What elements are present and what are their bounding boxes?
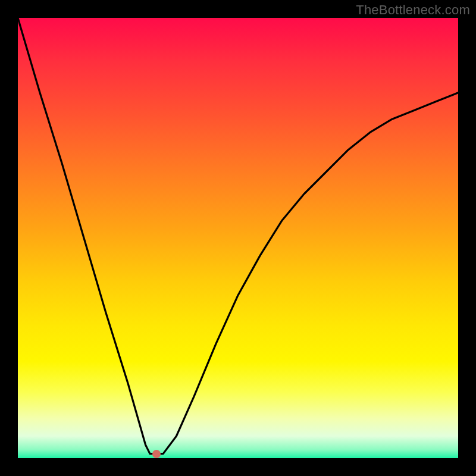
chart-frame: TheBottleneck.com — [0, 0, 476, 476]
bottleneck-curve — [18, 18, 458, 458]
curve-path — [18, 18, 458, 454]
plot-area — [18, 18, 458, 458]
optimal-point-marker — [152, 450, 161, 458]
watermark-text: TheBottleneck.com — [356, 2, 470, 18]
